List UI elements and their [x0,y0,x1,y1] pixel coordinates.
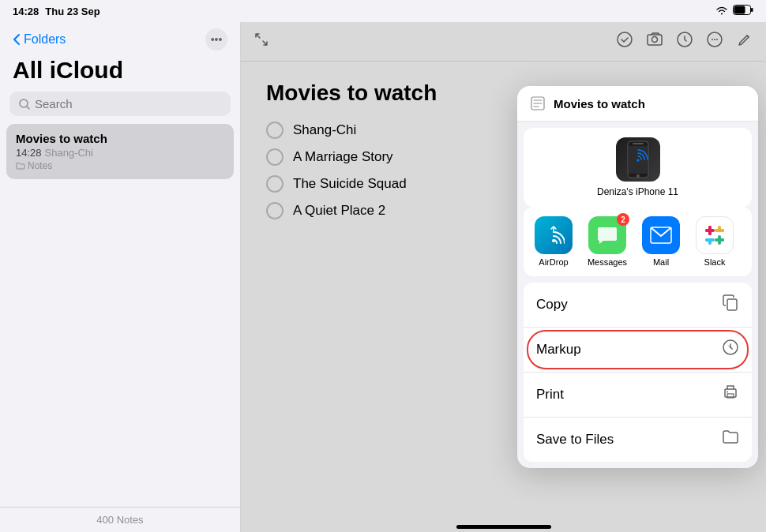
note-title: Movies to watch [16,132,224,145]
time: 14:28 [13,6,39,17]
note-preview: Shang-Chi [45,147,93,159]
folder-label: Notes [28,160,52,171]
sidebar-header: Folders ••• [0,22,240,54]
slack-app-icon [696,216,734,254]
app-item-slack[interactable]: Slack [691,216,738,267]
svg-rect-36 [725,389,736,397]
folder-icon [16,162,25,170]
markup-label: Markup [536,342,581,358]
phone-icon [626,140,650,178]
note-list: Movies to watch 14:28 Shang-Chi Notes [0,124,240,507]
sidebar: Folders ••• All iCloud Movies to watch 1… [0,22,241,532]
mail-icon [650,227,672,244]
note-time: 14:28 [16,147,42,159]
copy-action[interactable]: Copy [524,283,752,328]
airdrop-icon [543,224,565,246]
print-icon [722,384,739,406]
copy-icon [722,294,739,316]
note-count: 400 Notes [96,514,143,526]
svg-rect-33 [727,299,737,310]
date: Thu 23 Sep [45,6,100,17]
messages-badge: 2 [617,213,629,226]
list-item[interactable]: Movies to watch 14:28 Shang-Chi Notes [6,124,234,179]
app-item-airdrop[interactable]: AirDrop [530,216,577,267]
messages-app-icon: 2 [588,216,626,254]
svg-point-29 [705,238,708,242]
device-icon [616,137,660,182]
airdrop-device-section[interactable]: Deniza's iPhone 11 [524,128,752,207]
content-area: Movies to watch Shang-Chi A Marriage Sto… [241,22,766,532]
note-folder: Notes [16,160,224,171]
note-meta: 14:28 Shang-Chi [16,147,224,159]
search-icon [19,99,30,110]
app-item-mail[interactable]: Mail [637,216,685,267]
save-to-files-label: Save to Files [536,432,614,448]
battery-icon [733,5,753,17]
app-row: AirDrop 2 Messages [524,207,752,276]
markup-icon [722,339,739,361]
app-item-messages[interactable]: 2 Messages [584,216,631,267]
more-button[interactable]: ••• [205,28,227,51]
share-sheet-title: Movies to watch [554,97,645,111]
svg-rect-2 [734,6,745,14]
actions-section: Copy Markup [524,283,752,462]
folder-icon [722,429,739,451]
svg-rect-14 [633,143,644,144]
folders-label: Folders [24,32,66,47]
svg-point-17 [636,174,640,178]
svg-point-32 [721,229,724,232]
wifi-icon [715,6,728,17]
svg-point-38 [727,392,728,393]
print-label: Print [536,387,564,403]
sidebar-footer: 400 Notes [0,507,240,532]
search-bar[interactable] [9,92,231,116]
messages-label: Messages [588,257,627,267]
svg-point-18 [552,239,555,242]
print-action[interactable]: Print [524,373,752,418]
copy-label: Copy [536,297,568,313]
markup-action[interactable]: Markup [524,328,752,373]
share-sheet-header: Movies to watch [517,86,758,122]
messages-icon [596,224,618,246]
slack-icon [702,223,727,248]
save-to-files-action[interactable]: Save to Files [524,418,752,462]
share-sheet-overlay: Movies to watch [241,22,766,532]
folders-back-button[interactable]: Folders [13,32,66,47]
airdrop-label: AirDrop [539,257,568,267]
share-sheet: Movies to watch [517,86,758,468]
status-bar: 14:28 Thu 23 Sep [0,0,766,22]
svg-point-16 [636,159,639,162]
airdrop-app-icon [535,216,573,254]
mail-app-icon [642,216,680,254]
sidebar-title: All iCloud [0,54,240,92]
mail-label: Mail [653,257,669,267]
note-lines-icon [530,96,546,111]
search-input[interactable] [35,97,221,111]
device-name: Deniza's iPhone 11 [597,186,678,197]
svg-point-26 [721,238,724,242]
svg-point-23 [705,229,708,232]
slack-label: Slack [704,257,726,267]
svg-rect-1 [751,8,753,12]
